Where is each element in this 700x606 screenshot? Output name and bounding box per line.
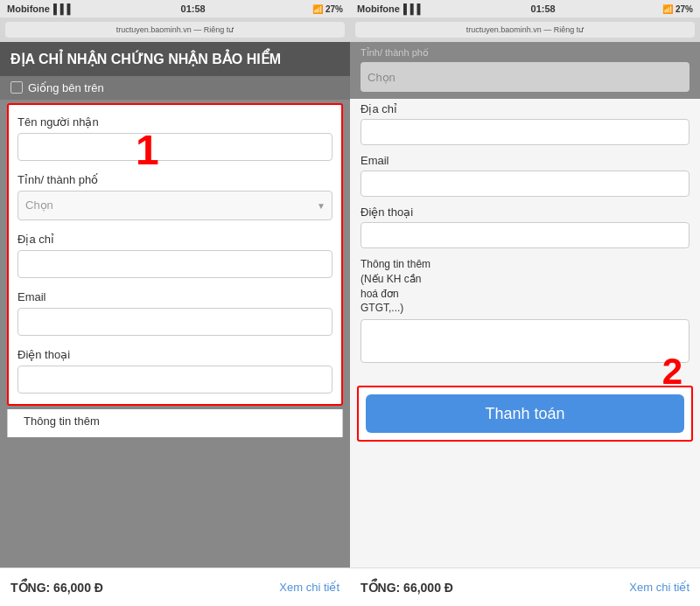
giong-ben-tren-row[interactable]: Giống bên trên bbox=[0, 76, 350, 100]
right-top-partial: Tỉnh/ thành phố Chọn bbox=[350, 42, 700, 99]
thanh-toan-button[interactable]: Thanh toán bbox=[366, 394, 684, 433]
tinh-thanh-pho-label: Tỉnh/ thành phố bbox=[18, 173, 332, 186]
thong-tin-label-left: Thông tin thêm bbox=[24, 414, 326, 428]
chon-select-box[interactable]: Chọn bbox=[360, 62, 690, 92]
dia-chi-input[interactable] bbox=[18, 250, 332, 278]
browser-bar-right: tructuyen.baominh.vn — Riêng tư bbox=[350, 17, 700, 42]
dien-thoai-label-right: Điện thoại bbox=[360, 205, 690, 219]
thong-tin-partial-left: Thông tin thêm bbox=[7, 409, 343, 437]
email-label: Email bbox=[18, 290, 332, 303]
footer-total-right: TỔNG: 66,000 Đ bbox=[360, 581, 453, 595]
signal-icon-right: ▌▌▌ bbox=[403, 3, 424, 14]
url-bar-right[interactable]: tructuyen.baominh.vn — Riêng tư bbox=[355, 22, 695, 38]
signal-icon: ▌▌▌ bbox=[53, 3, 74, 14]
footer-bar-left: TỔNG: 66,000 Đ Xem chi tiết bbox=[0, 568, 350, 606]
time-left: 01:58 bbox=[181, 3, 206, 14]
dien-thoai-input-right[interactable] bbox=[360, 222, 690, 248]
thong-tin-group-right: Thông tin thêm(Nếu KH cầnhoá đơnGTGT,...… bbox=[360, 257, 690, 366]
email-label-right: Email bbox=[360, 154, 690, 167]
email-input-right[interactable] bbox=[360, 171, 690, 197]
status-bar-right: Mobifone ▌▌▌ 01:58 📶 27% bbox=[350, 0, 700, 17]
browser-bar-left: tructuyen.baominh.vn — Riêng tư bbox=[0, 17, 350, 42]
right-phone-panel: Mobifone ▌▌▌ 01:58 📶 27% tructuyen.baomi… bbox=[350, 0, 700, 606]
email-group: Email bbox=[18, 290, 332, 336]
carrier-right: Mobifone bbox=[357, 3, 400, 14]
page-content-left: ĐỊA CHỈ NHẬN CHỨNG NHẬN BẢO HIỂM Giống b… bbox=[0, 42, 350, 568]
email-input[interactable] bbox=[18, 308, 332, 336]
page-content-right: Tỉnh/ thành phố Chọn Địa chỉ Email Điện … bbox=[350, 42, 700, 568]
thanh-toan-box: Thanh toán bbox=[357, 386, 693, 442]
email-group-right: Email bbox=[360, 154, 690, 197]
url-bar-left[interactable]: tructuyen.baominh.vn — Riêng tư bbox=[5, 22, 345, 38]
thanh-toan-container: 2 Thanh toán bbox=[350, 386, 700, 442]
dia-chi-input-right[interactable] bbox=[360, 119, 690, 145]
dien-thoai-group-right: Điện thoại bbox=[360, 205, 690, 248]
battery-right: 27% bbox=[676, 4, 693, 14]
carrier-left: Mobifone bbox=[7, 3, 50, 14]
page-header-left: ĐỊA CHỈ NHẬN CHỨNG NHẬN BẢO HIỂM bbox=[0, 42, 350, 76]
left-phone-panel: Mobifone ▌▌▌ 01:58 📶 27% tructuyen.baomi… bbox=[0, 0, 350, 606]
dia-chi-group: Địa chỉ bbox=[18, 233, 332, 278]
dia-chi-label: Địa chỉ bbox=[18, 233, 332, 246]
dien-thoai-group: Điện thoại bbox=[18, 348, 332, 394]
time-right: 01:58 bbox=[531, 3, 556, 14]
tinh-thanh-pho-select[interactable]: Chọn bbox=[18, 191, 332, 220]
giong-ben-tren-checkbox[interactable] bbox=[10, 81, 23, 94]
address-form-box: 1 Tên người nhận Tỉnh/ thành phố Chọn ▼ bbox=[7, 103, 343, 406]
url-text-right: tructuyen.baominh.vn — Riêng tư bbox=[466, 25, 584, 34]
chon-placeholder: Chọn bbox=[368, 71, 396, 84]
wifi-icon-right: 📶 bbox=[662, 4, 673, 14]
right-scroll-area: Địa chỉ Email Điện thoại Thông tin thêm(… bbox=[350, 99, 700, 382]
badge-2: 2 bbox=[662, 351, 682, 393]
giong-ben-tren-label: Giống bên trên bbox=[28, 81, 104, 94]
dien-thoai-label: Điện thoại bbox=[18, 348, 332, 361]
footer-link-right[interactable]: Xem chi tiết bbox=[629, 581, 690, 594]
dien-thoai-input[interactable] bbox=[18, 366, 332, 394]
thong-tin-label-right: Thông tin thêm(Nếu KH cầnhoá đơnGTGT,...… bbox=[360, 257, 690, 316]
wifi-icon: 📶 bbox=[312, 4, 323, 14]
footer-link-left[interactable]: Xem chi tiết bbox=[279, 581, 340, 594]
url-text-left: tructuyen.baominh.vn — Riêng tư bbox=[116, 25, 234, 34]
ten-nguoi-nhan-label: Tên người nhận bbox=[18, 115, 332, 129]
tinh-thanh-pho-label-right: Tỉnh/ thành phố bbox=[360, 47, 690, 59]
dia-chi-group-right: Địa chỉ bbox=[360, 102, 690, 145]
tinh-thanh-pho-select-wrapper: Chọn ▼ bbox=[18, 191, 332, 220]
footer-total-left: TỔNG: 66,000 Đ bbox=[10, 581, 103, 595]
badge-1: 1 bbox=[136, 129, 159, 171]
battery-left: 27% bbox=[326, 4, 343, 14]
tinh-thanh-pho-group: Tỉnh/ thành phố Chọn ▼ bbox=[18, 173, 332, 220]
ten-nguoi-nhan-input[interactable] bbox=[18, 133, 332, 161]
thong-tin-textarea-right[interactable] bbox=[360, 319, 690, 363]
status-bar-left: Mobifone ▌▌▌ 01:58 📶 27% bbox=[0, 0, 350, 17]
dia-chi-label-right: Địa chỉ bbox=[360, 102, 690, 115]
footer-bar-right: TỔNG: 66,000 Đ Xem chi tiết bbox=[350, 568, 700, 606]
page-title-left: ĐỊA CHỈ NHẬN CHỨNG NHẬN BẢO HIỂM bbox=[10, 51, 340, 69]
ten-nguoi-nhan-group: Tên người nhận bbox=[18, 115, 332, 161]
